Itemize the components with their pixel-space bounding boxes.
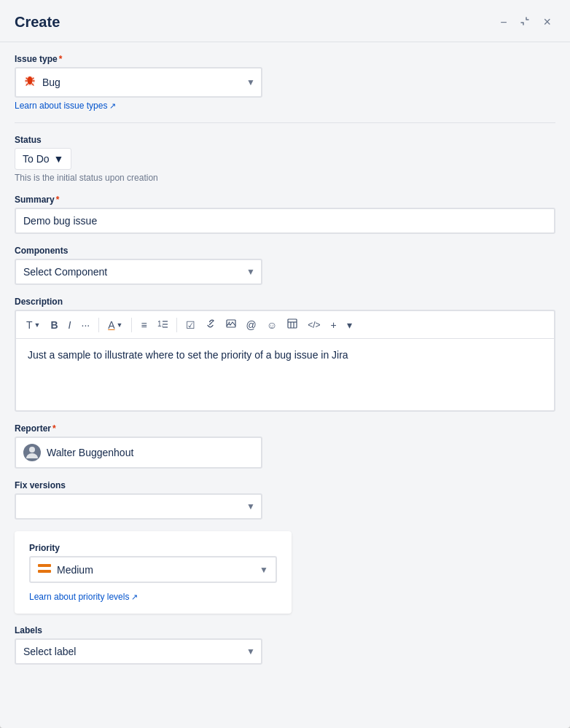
form-body: Issue type* Bug ▼ Learn about iss bbox=[0, 42, 570, 688]
chevron-down-icon: ▼ bbox=[259, 565, 268, 575]
svg-rect-7 bbox=[288, 319, 297, 328]
more-options-button[interactable]: ▾ bbox=[343, 316, 356, 334]
priority-group: Priority Medium ▼ bbox=[29, 543, 277, 583]
close-button[interactable]: × bbox=[539, 12, 555, 33]
reporter-group: Reporter* Walter Buggenhout bbox=[15, 423, 555, 469]
medium-priority-icon bbox=[38, 563, 51, 576]
fix-versions-label: Fix versions bbox=[15, 480, 555, 490]
image-icon bbox=[226, 318, 236, 331]
svg-point-6 bbox=[228, 322, 230, 324]
number-list-button[interactable]: 1. bbox=[153, 316, 172, 334]
priority-select-wrapper: Medium ▼ bbox=[29, 556, 277, 583]
expand-icon bbox=[520, 16, 530, 29]
priority-panel: Priority Medium ▼ Learn bbox=[15, 531, 292, 614]
link-icon bbox=[206, 318, 216, 331]
section-divider-1 bbox=[15, 122, 555, 123]
required-star-reporter: * bbox=[52, 423, 56, 434]
mention-button[interactable]: @ bbox=[242, 316, 261, 334]
issue-type-wrapper: Bug ▼ bbox=[15, 67, 262, 98]
external-link-icon-priority: ↗ bbox=[131, 592, 138, 602]
editor-toolbar: T ▼ B I ··· A ▼ ≡ bbox=[16, 311, 554, 339]
required-star-summary: * bbox=[56, 195, 60, 205]
status-hint: This is the initial status upon creation bbox=[15, 173, 555, 183]
link-button[interactable] bbox=[201, 316, 220, 334]
bullet-list-button[interactable]: ≡ bbox=[136, 316, 151, 334]
toolbar-separator bbox=[98, 318, 99, 332]
emoji-icon: ☺ bbox=[267, 319, 277, 331]
reporter-field[interactable]: Walter Buggenhout bbox=[15, 437, 262, 469]
dialog-header: Create − × bbox=[0, 0, 570, 42]
bold-icon: B bbox=[50, 319, 58, 331]
status-label: Status bbox=[15, 135, 555, 145]
code-icon: </> bbox=[308, 320, 320, 330]
issue-type-select[interactable]: Bug ▼ bbox=[15, 67, 262, 98]
learn-issue-types-link[interactable]: Learn about issue types ↗ bbox=[15, 101, 555, 111]
bullet-list-icon: ≡ bbox=[141, 319, 147, 331]
fix-versions-select[interactable] bbox=[15, 493, 262, 520]
table-icon bbox=[287, 318, 297, 331]
description-content[interactable]: Just a sample to illustrate where to set… bbox=[16, 339, 554, 404]
reporter-label: Reporter* bbox=[15, 423, 555, 434]
text-style-icon: T bbox=[26, 319, 33, 331]
chevron-tiny-icon2: ▼ bbox=[117, 321, 123, 329]
emoji-button[interactable]: ☺ bbox=[262, 316, 281, 334]
image-button[interactable] bbox=[222, 316, 241, 334]
labels-label: Labels bbox=[15, 625, 555, 635]
text-color-icon: A bbox=[108, 319, 114, 331]
description-label: Description bbox=[15, 297, 555, 307]
checkbox-button[interactable]: ☑ bbox=[181, 316, 200, 334]
reporter-name: Walter Buggenhout bbox=[47, 447, 133, 458]
priority-label: Priority bbox=[29, 543, 277, 553]
fix-versions-select-wrapper: ▼ bbox=[15, 493, 262, 520]
expand-button[interactable] bbox=[515, 13, 534, 32]
components-select[interactable]: Select Component bbox=[15, 259, 262, 285]
status-group: Status To Do ▼ This is the initial statu… bbox=[15, 135, 555, 183]
bold-button[interactable]: B bbox=[46, 316, 62, 334]
close-icon: × bbox=[543, 15, 551, 30]
description-editor: T ▼ B I ··· A ▼ ≡ bbox=[15, 310, 555, 412]
components-label: Components bbox=[15, 246, 555, 256]
learn-priority-link[interactable]: Learn about priority levels ↗ bbox=[29, 592, 277, 602]
components-select-wrapper: Select Component ▼ bbox=[15, 259, 262, 285]
priority-value: Medium bbox=[57, 564, 254, 576]
plus-icon: + bbox=[330, 319, 336, 331]
number-list-icon: 1. bbox=[157, 318, 168, 331]
italic-button[interactable]: I bbox=[64, 316, 76, 334]
labels-select[interactable]: Select label bbox=[15, 638, 262, 665]
issue-type-label: Issue type* bbox=[15, 54, 555, 64]
more-options-icon: ▾ bbox=[347, 319, 352, 331]
text-style-button[interactable]: T ▼ bbox=[22, 316, 44, 334]
avatar bbox=[23, 444, 41, 461]
labels-select-wrapper: Select label ▼ bbox=[15, 638, 262, 665]
more-text-icon: ··· bbox=[82, 319, 90, 331]
svg-point-11 bbox=[29, 447, 35, 453]
toolbar-separator-2 bbox=[131, 318, 132, 332]
text-color-button[interactable]: A ▼ bbox=[104, 316, 127, 334]
minimize-icon: − bbox=[500, 16, 507, 29]
code-button[interactable]: </> bbox=[303, 317, 324, 333]
issue-type-value: Bug bbox=[42, 77, 254, 88]
summary-group: Summary* bbox=[15, 195, 555, 234]
description-group: Description T ▼ B I ··· A ▼ ≡ bbox=[15, 297, 555, 412]
bug-icon bbox=[23, 74, 36, 90]
issue-type-group: Issue type* Bug ▼ Learn about iss bbox=[15, 54, 555, 111]
more-text-button[interactable]: ··· bbox=[77, 316, 95, 334]
mention-icon: @ bbox=[246, 319, 257, 331]
chevron-down-icon: ▼ bbox=[54, 153, 64, 165]
svg-rect-13 bbox=[38, 570, 51, 573]
summary-input[interactable] bbox=[15, 208, 555, 234]
external-link-icon: ↗ bbox=[109, 101, 116, 111]
table-button[interactable] bbox=[283, 316, 302, 334]
status-button[interactable]: To Do ▼ bbox=[15, 148, 71, 170]
fix-versions-group: Fix versions ▼ bbox=[15, 480, 555, 520]
required-star: * bbox=[59, 54, 63, 64]
minimize-button[interactable]: − bbox=[496, 13, 511, 32]
header-actions: − × bbox=[496, 12, 555, 33]
priority-select[interactable]: Medium ▼ bbox=[29, 556, 277, 583]
plus-button[interactable]: + bbox=[326, 316, 340, 334]
toolbar-separator-3 bbox=[176, 318, 177, 332]
svg-rect-12 bbox=[38, 564, 51, 567]
create-dialog: Create − × Issue type* bbox=[0, 0, 570, 728]
dialog-title: Create bbox=[15, 14, 60, 31]
labels-group: Labels Select label ▼ bbox=[15, 625, 555, 665]
